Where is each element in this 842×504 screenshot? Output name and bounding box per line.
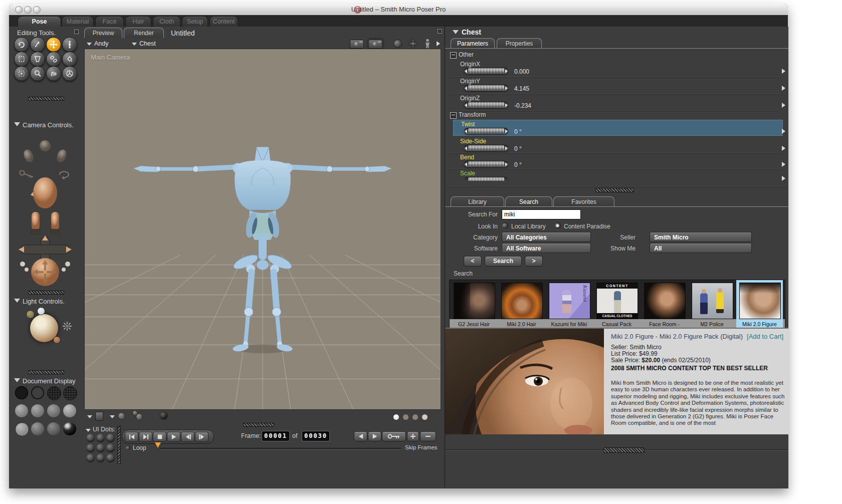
param-options-arrow-icon[interactable] (782, 176, 785, 181)
display-style-texture-shaded[interactable] (63, 422, 76, 435)
tool-twist-button[interactable] (30, 37, 45, 52)
display-style-cartoon[interactable] (15, 422, 29, 436)
prev-keyframe-button[interactable] (354, 431, 367, 441)
ui-dot-3[interactable] (106, 434, 115, 442)
camera-view-icon[interactable] (350, 40, 364, 49)
tool-taper-button[interactable] (30, 52, 45, 67)
tab-setup[interactable]: Setup (182, 16, 208, 27)
result-thumbnail[interactable]: Kazumi (549, 283, 590, 319)
result-thumbnail[interactable] (501, 283, 543, 319)
prev-results-button[interactable]: < (464, 256, 482, 267)
figure-menu[interactable]: Andy (87, 40, 109, 47)
display-style-sketched[interactable] (63, 386, 77, 400)
dial-track[interactable] (468, 177, 504, 181)
result-thumbnail[interactable] (739, 283, 781, 319)
play-button[interactable] (167, 432, 180, 442)
display-style-silhouette[interactable] (15, 386, 28, 399)
move-camera-ball-icon[interactable] (31, 258, 59, 286)
group-collapse-icon[interactable] (450, 52, 457, 59)
param-options-arrow-icon[interactable] (782, 69, 785, 74)
ui-dots-disclosure-icon[interactable] (86, 429, 91, 432)
panel-shade-icon[interactable] (74, 30, 79, 34)
step-back-button[interactable] (181, 432, 194, 442)
param-options-arrow-icon[interactable] (782, 86, 785, 91)
param-value[interactable]: 4.145 (514, 85, 529, 92)
ui-dot-2[interactable] (96, 434, 105, 442)
last-frame-button[interactable] (139, 432, 152, 442)
tool-chain-break-button[interactable] (46, 52, 61, 67)
sidebar-splitter-handle[interactable] (28, 291, 64, 295)
right-hand-camera-icon[interactable] (55, 148, 68, 164)
result-item[interactable]: Miki 2.0 Hair (498, 280, 545, 328)
posing-camera-hands-icon[interactable] (30, 212, 61, 235)
trackball-icon[interactable] (393, 40, 402, 48)
dial-decrement-icon[interactable] (465, 146, 467, 150)
display-style-hidden-line[interactable] (15, 404, 28, 417)
multi-ball-icon-2[interactable] (136, 413, 143, 420)
ui-dot-4[interactable] (86, 444, 95, 452)
sidebar-splitter-handle[interactable] (28, 370, 64, 374)
param-value[interactable]: -0.234 (514, 102, 531, 109)
tab-preview[interactable]: Preview (84, 28, 122, 38)
left-hand-camera-icon[interactable] (22, 148, 35, 164)
animation-splitter-handle[interactable] (243, 423, 274, 427)
category-dropdown[interactable]: All Categories (502, 232, 591, 242)
originy-dial[interactable] (464, 85, 508, 91)
display-style-smooth-shaded[interactable] (31, 422, 44, 435)
tab-cloth[interactable]: Cloth (153, 16, 180, 27)
dial-increment-icon[interactable] (505, 162, 508, 166)
tool-direct-manipulation-button[interactable] (62, 66, 77, 81)
display-style-wireframe[interactable] (47, 386, 61, 400)
loop-toggle[interactable] (125, 445, 130, 450)
title-bar[interactable]: Untitled – Smith Micro Poser Pro (9, 4, 788, 16)
current-frame-counter[interactable]: 00001 (262, 431, 289, 441)
tool-morphing-button[interactable] (46, 66, 61, 81)
tool-color-button[interactable] (62, 52, 77, 67)
tab-pose[interactable]: Pose (18, 16, 61, 27)
result-item[interactable]: CONTENT CASUAL CLOTHES MIKI Casual Pack (593, 280, 640, 328)
first-frame-button[interactable] (125, 432, 138, 442)
dial-decrement-icon[interactable] (465, 86, 467, 90)
group-collapse-icon[interactable] (450, 112, 457, 119)
ui-dot-9[interactable] (106, 454, 115, 462)
result-thumbnail[interactable] (692, 283, 733, 319)
tool-rotate-button[interactable] (14, 37, 29, 52)
face-camera-icon[interactable] (33, 177, 57, 208)
dial-decrement-icon[interactable] (465, 162, 467, 166)
ui-dot-1[interactable] (86, 434, 95, 442)
tool-scale-button[interactable] (14, 52, 29, 67)
dial-track[interactable] (468, 128, 504, 134)
scale-dial-clipped[interactable] (464, 177, 512, 181)
param-value[interactable]: 0 ° (514, 161, 522, 168)
stop-button[interactable] (153, 432, 166, 442)
document-display-disclosure-icon[interactable] (14, 378, 20, 382)
result-item[interactable]: G2 Jessi Hair (451, 280, 497, 328)
result-item[interactable]: Face Room - (641, 280, 688, 328)
result-item-selected[interactable]: Miki 2.0 Figure (736, 280, 783, 328)
dial-increment-icon[interactable] (505, 86, 508, 90)
camera-controls-disclosure-icon[interactable] (14, 122, 20, 126)
content-paradise-radio[interactable] (554, 222, 561, 229)
light-indicator-1[interactable] (26, 310, 35, 319)
tab-library[interactable]: Library (451, 196, 504, 207)
light-flare-icon[interactable] (62, 321, 72, 331)
camera-key-icon[interactable] (20, 171, 34, 178)
dial-increment-icon[interactable] (505, 103, 508, 107)
search-for-input[interactable] (502, 209, 581, 219)
ui-dot-7[interactable] (86, 454, 95, 462)
tab-favorites[interactable]: Favorites (553, 196, 614, 207)
local-library-label[interactable]: Local Library (511, 223, 546, 230)
timeline-marker[interactable] (155, 442, 161, 451)
tab-face[interactable]: Face (95, 16, 124, 27)
delete-keyframe-button[interactable] (420, 431, 436, 441)
tab-material[interactable]: Material (62, 16, 94, 27)
dial-increment-icon[interactable] (505, 146, 508, 150)
next-keyframe-button[interactable] (368, 431, 381, 441)
viewport[interactable]: Main Camera (84, 49, 441, 410)
dial-decrement-icon[interactable] (465, 129, 467, 133)
light-indicator-3[interactable] (53, 336, 61, 344)
scale-dial[interactable] (464, 177, 508, 181)
tracking-menu-arrow-icon[interactable] (110, 415, 115, 418)
result-item[interactable]: Kazumi Kazumi for Miki (546, 280, 592, 328)
param-options-arrow-icon[interactable] (782, 129, 785, 134)
